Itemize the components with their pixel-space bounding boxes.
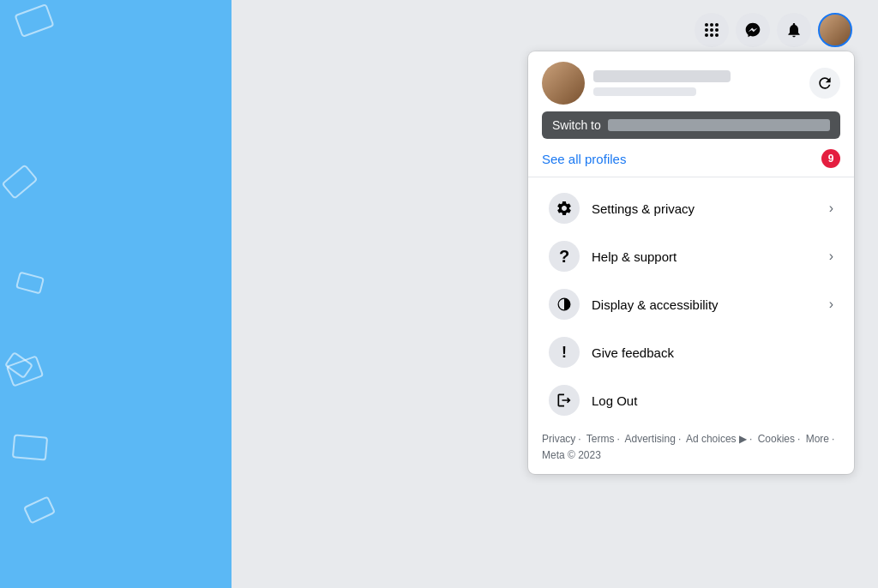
log-out-icon: [549, 385, 580, 416]
display-accessibility-chevron: ›: [829, 297, 833, 312]
settings-privacy-icon: [549, 193, 580, 224]
footer-terms-link[interactable]: Terms: [586, 433, 615, 445]
log-out-label: Log Out: [592, 393, 833, 408]
messenger-button[interactable]: [736, 13, 770, 47]
bg-shape: [4, 351, 33, 379]
profile-section: Switch to See all profiles 9: [528, 51, 854, 177]
bg-shape: [6, 355, 45, 387]
svg-point-3: [705, 28, 708, 32]
help-support-label: Help & support: [592, 249, 829, 264]
svg-point-0: [705, 23, 708, 27]
account-avatar[interactable]: [818, 13, 852, 47]
profile-sub-bar: [593, 87, 696, 96]
switch-to-bar: [608, 119, 830, 131]
svg-point-1: [710, 23, 713, 27]
settings-privacy-chevron: ›: [829, 201, 833, 216]
menu-item-log-out[interactable]: Log Out: [535, 376, 847, 424]
settings-privacy-label: Settings & privacy: [592, 201, 829, 216]
footer-dot: ·: [749, 433, 752, 445]
menu-items-list: Settings & privacy › ? Help & support › …: [528, 184, 854, 424]
menu-item-settings-privacy[interactable]: Settings & privacy ›: [535, 184, 847, 232]
menu-item-display-accessibility[interactable]: Display & accessibility ›: [535, 280, 847, 328]
profile-count-badge: 9: [821, 149, 840, 168]
bg-shape: [15, 271, 45, 294]
footer-dot: ·: [832, 433, 834, 445]
svg-point-8: [715, 33, 719, 37]
account-dropdown: Switch to See all profiles 9 Settings & …: [528, 51, 854, 474]
see-all-profiles-link[interactable]: See all profiles: [542, 152, 626, 166]
switch-to-label: Switch to: [552, 118, 601, 132]
display-accessibility-icon: [549, 289, 580, 320]
footer-dot: ·: [616, 433, 619, 445]
see-all-profiles-row: See all profiles 9: [542, 147, 840, 170]
help-support-chevron: ›: [829, 249, 833, 264]
bg-shape: [14, 3, 54, 38]
menu-item-give-feedback[interactable]: ! Give feedback: [535, 328, 847, 376]
display-accessibility-label: Display & accessibility: [592, 297, 829, 312]
give-feedback-label: Give feedback: [592, 345, 833, 360]
footer-privacy-link[interactable]: Privacy: [542, 433, 575, 445]
give-feedback-icon: !: [549, 337, 580, 368]
menu-button[interactable]: [695, 13, 729, 47]
top-nav: [695, 13, 852, 47]
footer-dot: ·: [797, 433, 800, 445]
switch-to-tooltip: Switch to: [542, 111, 840, 139]
menu-item-help-support[interactable]: ? Help & support ›: [535, 232, 847, 280]
svg-point-6: [705, 33, 708, 37]
notifications-button[interactable]: [777, 13, 811, 47]
profile-avatar: [542, 62, 585, 105]
footer-adchoices-link[interactable]: Ad choices ▶: [686, 433, 747, 445]
footer-more-link[interactable]: More: [806, 433, 829, 445]
footer-dot: ·: [678, 433, 681, 445]
svg-point-4: [710, 28, 713, 32]
profile-name-area: [593, 70, 801, 96]
footer-copyright: Meta © 2023: [542, 449, 601, 461]
footer-dot: ·: [578, 433, 580, 445]
bg-shape: [12, 434, 48, 460]
footer-advertising-link[interactable]: Advertising: [625, 433, 676, 445]
svg-point-2: [715, 23, 719, 27]
bg-shape: [23, 495, 56, 524]
footer-links: Privacy· Terms· Advertising· Ad choices …: [528, 424, 854, 464]
profile-card: [542, 62, 840, 105]
svg-point-5: [715, 28, 719, 32]
help-support-icon: ?: [549, 241, 580, 272]
svg-point-7: [710, 33, 713, 37]
profile-refresh-button[interactable]: [809, 68, 840, 99]
footer-cookies-link[interactable]: Cookies: [758, 433, 795, 445]
profile-name-bar: [593, 70, 731, 82]
bg-shape: [1, 164, 38, 200]
